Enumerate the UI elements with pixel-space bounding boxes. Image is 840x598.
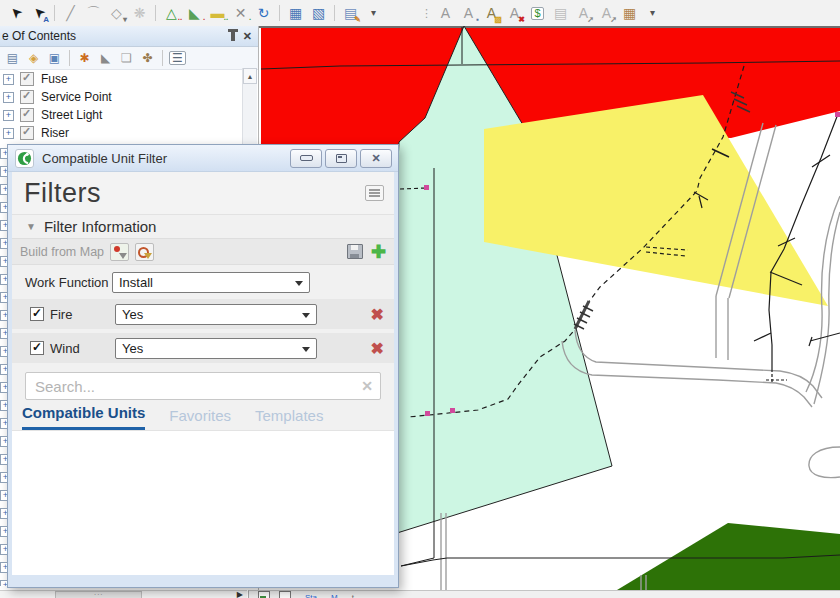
arc-tool-icon[interactable]: ⌒: [83, 3, 104, 24]
expand-icon[interactable]: +: [0, 184, 7, 195]
create-features-icon[interactable]: ▤✎: [340, 3, 361, 24]
edit-annotation-tool-icon[interactable]: ➤A: [28, 3, 49, 24]
layer-checkbox[interactable]: [20, 72, 34, 86]
toc-layer-row[interactable]: +Street Light: [0, 106, 258, 124]
designer-cost-icon[interactable]: $: [527, 3, 548, 24]
line-tool-icon[interactable]: ╱: [60, 3, 81, 24]
work-function-dropdown[interactable]: Install: [112, 272, 310, 293]
clear-search-icon[interactable]: ✕: [361, 378, 373, 394]
pin-icon[interactable]: [231, 32, 235, 41]
expand-icon[interactable]: +: [3, 92, 14, 103]
rotate-tool-icon[interactable]: ↻: [253, 3, 274, 24]
toolbar-overflow-icon[interactable]: ▾: [363, 3, 384, 24]
expand-icon[interactable]: +: [0, 526, 7, 537]
expand-icon[interactable]: +: [3, 74, 14, 85]
wind-dropdown[interactable]: Yes: [115, 338, 317, 359]
designer-delete-icon[interactable]: A✖: [504, 3, 525, 24]
designer-package-icon[interactable]: ▦: [619, 3, 640, 24]
expand-icon[interactable]: +: [0, 148, 7, 159]
designer-compass-icon[interactable]: A: [435, 3, 456, 24]
remove-wind-filter-icon[interactable]: ✖: [371, 339, 384, 358]
data-view-icon[interactable]: [258, 591, 270, 598]
designer-report-icon[interactable]: ▤: [550, 3, 571, 24]
tab-favorites[interactable]: Favorites: [169, 407, 231, 430]
layers-icon[interactable]: ❏: [117, 49, 136, 68]
build-from-map-circle-icon[interactable]: [135, 243, 154, 261]
tab-templates[interactable]: Templates: [255, 407, 323, 430]
toc-layer-row[interactable]: +Service Point: [0, 88, 258, 106]
edit-vertices-icon[interactable]: △∙∙: [161, 3, 182, 24]
expand-icon[interactable]: +: [0, 364, 7, 375]
sketch-properties-icon[interactable]: ▧: [308, 3, 329, 24]
list-by-visibility-icon[interactable]: ▣: [45, 49, 64, 68]
expand-icon[interactable]: +: [0, 544, 7, 555]
save-filter-icon[interactable]: [347, 244, 363, 259]
scrollbar-thumb[interactable]: ∙∙∙: [55, 591, 142, 598]
proportion-tool-icon[interactable]: ❋: [129, 3, 150, 24]
list-by-source-icon[interactable]: ◈: [24, 49, 43, 68]
toolbar-overflow-2-icon[interactable]: ▾: [642, 3, 663, 24]
add-filter-icon[interactable]: ✚: [371, 243, 386, 261]
toc-layer-row[interactable]: +Fuse: [0, 70, 258, 88]
layer-checkbox[interactable]: [20, 126, 34, 140]
filter-ruler-icon[interactable]: ◣: [96, 49, 115, 68]
search-input[interactable]: [25, 372, 381, 400]
dialog-title-bar[interactable]: Compatible Unit Filter ✕: [8, 145, 398, 172]
list-by-selection-icon[interactable]: ✱: [75, 49, 94, 68]
toc-options-icon[interactable]: ☰: [168, 49, 187, 68]
expand-icon[interactable]: +: [0, 166, 7, 177]
expand-icon[interactable]: +: [3, 128, 14, 139]
build-from-map-point-icon[interactable]: [110, 243, 129, 261]
filter-information-section[interactable]: ▼ Filter Information: [12, 214, 394, 238]
stamp-icon[interactable]: ✤: [138, 49, 157, 68]
toc-layer-row[interactable]: +Riser: [0, 124, 258, 142]
layer-checkbox[interactable]: [20, 108, 34, 122]
close-button[interactable]: ✕: [360, 149, 392, 168]
expand-icon[interactable]: +: [0, 454, 7, 465]
expand-icon[interactable]: +: [0, 256, 7, 267]
expand-icon[interactable]: +: [0, 238, 7, 249]
designer-open-icon[interactable]: A▨: [481, 3, 502, 24]
expand-icon[interactable]: +: [0, 436, 7, 447]
expand-icon[interactable]: +: [0, 580, 7, 586]
expand-icon[interactable]: +: [0, 418, 7, 429]
fire-checkbox[interactable]: [30, 307, 44, 321]
attributes-table-icon[interactable]: ▦: [285, 3, 306, 24]
designer-arrow-1-icon[interactable]: A➚: [573, 3, 594, 24]
menu-icon[interactable]: [365, 185, 384, 201]
expand-icon[interactable]: +: [0, 346, 7, 357]
list-by-drawing-order-icon[interactable]: ▤: [3, 49, 22, 68]
expand-icon[interactable]: +: [0, 508, 7, 519]
trace-tool-icon[interactable]: ◇▾: [106, 3, 127, 24]
expand-icon[interactable]: +: [0, 220, 7, 231]
edit-tool-icon[interactable]: ➤: [5, 3, 26, 24]
expand-icon[interactable]: +: [0, 562, 7, 573]
toc-horizontal-scrollbar[interactable]: ∙∙∙ ▶: [0, 590, 247, 598]
layout-view-icon[interactable]: [279, 591, 291, 598]
restore-button[interactable]: [325, 149, 357, 168]
expand-icon[interactable]: +: [0, 328, 7, 339]
tab-compatible-units[interactable]: Compatible Units: [22, 404, 145, 430]
reshape-feature-icon[interactable]: ▬∙∙: [207, 3, 228, 24]
expand-icon[interactable]: +: [0, 274, 7, 285]
designer-save-icon[interactable]: A▪: [458, 3, 479, 24]
expand-icon[interactable]: +: [0, 202, 7, 213]
expand-icon[interactable]: +: [0, 382, 7, 393]
expand-icon[interactable]: +: [0, 400, 7, 411]
scrollbar-right-icon[interactable]: ▶: [237, 590, 243, 598]
close-panel-icon[interactable]: ✕: [243, 30, 252, 43]
expand-icon[interactable]: +: [0, 292, 7, 303]
expand-icon[interactable]: +: [0, 472, 7, 483]
remove-fire-filter-icon[interactable]: ✖: [371, 305, 384, 324]
designer-arrow-2-icon[interactable]: A➚: [596, 3, 617, 24]
expand-icon[interactable]: +: [0, 490, 7, 501]
expand-icon[interactable]: +: [0, 310, 7, 321]
split-tool-icon[interactable]: ✕∙: [230, 3, 251, 24]
fire-dropdown[interactable]: Yes: [115, 304, 317, 325]
expand-icon[interactable]: +: [3, 110, 14, 121]
wind-checkbox[interactable]: [30, 341, 44, 355]
collapse-arrow-icon[interactable]: ▼: [26, 221, 36, 232]
scrollbar-up-icon[interactable]: ▲: [243, 68, 257, 84]
minimize-button[interactable]: [290, 149, 322, 168]
modify-sketch-icon[interactable]: ◣∙: [184, 3, 205, 24]
